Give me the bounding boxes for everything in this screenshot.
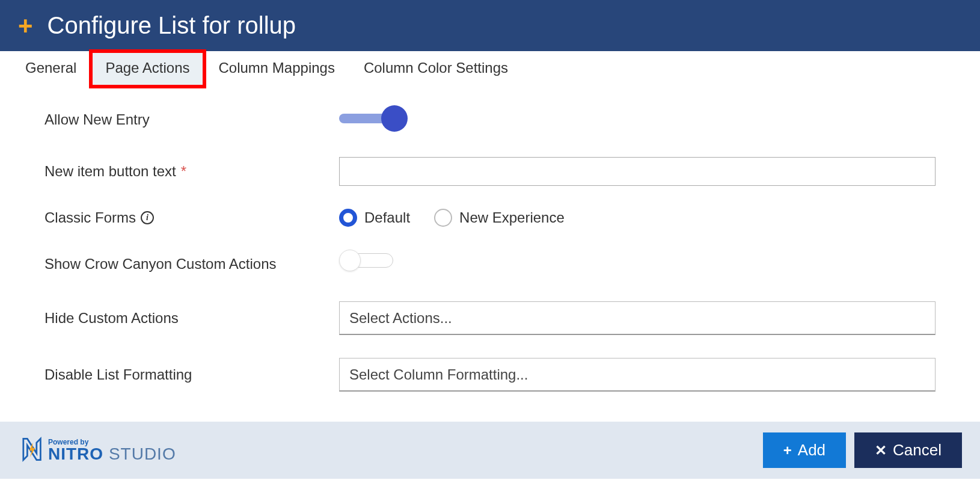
label-classic-forms: Classic Forms i	[44, 209, 339, 226]
tab-column-color-settings[interactable]: Column Color Settings	[349, 51, 522, 87]
tab-general[interactable]: General	[11, 51, 91, 87]
cancel-button[interactable]: ✕ Cancel	[854, 432, 962, 468]
dialog-header: + Configure List for rollup	[0, 0, 980, 51]
add-button[interactable]: + Add	[763, 432, 846, 468]
label-new-item-button-text: New item button text*	[44, 163, 339, 180]
form-body: Allow New Entry New item button text* Cl…	[0, 87, 980, 422]
logo-brand: NITRO STUDIO	[48, 446, 176, 463]
radio-group-classic-forms: Default New Experience	[339, 209, 936, 227]
row-allow-new-entry: Allow New Entry	[44, 105, 936, 134]
label-allow-new-entry: Allow New Entry	[44, 111, 339, 128]
plus-icon: +	[18, 13, 33, 38]
row-new-item-button-text: New item button text*	[44, 157, 936, 186]
label-hide-custom-actions: Hide Custom Actions	[44, 310, 339, 327]
toggle-allow-new-entry[interactable]	[339, 105, 408, 132]
radio-circle-icon	[434, 209, 452, 227]
select-hide-custom-actions[interactable]: Select Actions...	[339, 301, 936, 335]
info-icon[interactable]: i	[141, 211, 154, 224]
radio-label: New Experience	[459, 209, 565, 226]
row-disable-list-formatting: Disable List Formatting Select Column Fo…	[44, 358, 936, 392]
input-new-item-button-text[interactable]	[339, 157, 936, 186]
nitro-logo-icon	[18, 436, 44, 465]
label-show-custom-actions: Show Crow Canyon Custom Actions	[44, 256, 339, 272]
tab-column-mappings[interactable]: Column Mappings	[204, 51, 349, 87]
radio-new-experience[interactable]: New Experience	[434, 209, 565, 227]
plus-icon: +	[783, 442, 792, 459]
row-classic-forms: Classic Forms i Default New Experience	[44, 209, 936, 227]
footer-buttons: + Add ✕ Cancel	[763, 432, 962, 468]
toggle-show-custom-actions[interactable]	[339, 250, 408, 276]
radio-circle-icon	[339, 209, 357, 227]
footer-logo: Powered by NITRO STUDIO	[18, 436, 176, 465]
radio-label: Default	[364, 209, 410, 226]
select-disable-list-formatting[interactable]: Select Column Formatting...	[339, 358, 936, 392]
tab-bar: General Page Actions Column Mappings Col…	[0, 51, 980, 87]
row-show-custom-actions: Show Crow Canyon Custom Actions	[44, 250, 936, 278]
tab-page-actions[interactable]: Page Actions	[91, 51, 204, 87]
dialog-title: Configure List for rollup	[47, 12, 296, 39]
radio-default[interactable]: Default	[339, 209, 410, 227]
dialog-footer: Powered by NITRO STUDIO + Add ✕ Cancel	[0, 422, 980, 479]
row-hide-custom-actions: Hide Custom Actions Select Actions...	[44, 301, 936, 335]
label-disable-list-formatting: Disable List Formatting	[44, 366, 339, 383]
close-icon: ✕	[875, 442, 887, 459]
